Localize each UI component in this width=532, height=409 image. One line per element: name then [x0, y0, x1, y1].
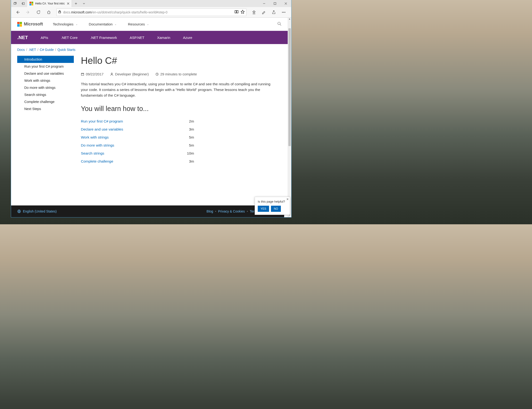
tab-chevron-button[interactable]	[80, 0, 88, 7]
site-header: Microsoft Technologies⌄Documentation⌄Res…	[11, 18, 288, 31]
notes-button[interactable]	[259, 8, 269, 17]
learn-heading: You will learn how to...	[81, 105, 274, 113]
lesson-duration: 5m	[189, 143, 274, 147]
set-aside-tabs-button[interactable]	[19, 0, 27, 7]
tab-preview-button[interactable]	[11, 0, 19, 7]
breadcrumb-item[interactable]: Quick Starts	[57, 48, 76, 52]
product-nav-item[interactable]: ASP.NET	[130, 36, 144, 40]
language-selector[interactable]: English (United States)	[17, 209, 57, 213]
refresh-button[interactable]	[34, 8, 43, 17]
lesson-row: Search strings10m	[81, 149, 274, 157]
lesson-row: Work with strings5m	[81, 133, 274, 141]
product-nav-item[interactable]: Azure	[183, 36, 192, 40]
lesson-duration: 2m	[189, 119, 274, 123]
footer-link[interactable]: Blog	[207, 209, 213, 213]
product-brand[interactable]: .NET	[17, 35, 28, 40]
browser-tab[interactable]: Hello C#. Your first intrc	[27, 0, 72, 7]
lesson-link[interactable]: Search strings	[81, 151, 104, 155]
sidenav-item[interactable]: Work with strings	[17, 77, 74, 84]
search-icon[interactable]	[277, 22, 282, 27]
page-title: Hello C#	[81, 55, 274, 66]
svg-point-9	[111, 73, 112, 74]
lesson-duration: 3m	[189, 127, 274, 131]
header-nav-item[interactable]: Technologies⌄	[53, 22, 77, 26]
feedback-yes-button[interactable]: YES	[258, 206, 269, 212]
meta-duration: 29 minutes to complete	[155, 72, 197, 76]
close-tab-button[interactable]	[66, 2, 70, 5]
forward-button[interactable]	[23, 8, 33, 17]
lesson-link[interactable]: Do more with strings	[81, 143, 114, 147]
footer-link[interactable]: Privacy & Cookies	[218, 209, 245, 213]
breadcrumb-item[interactable]: .NET	[28, 48, 36, 52]
microsoft-logo[interactable]: Microsoft	[17, 22, 43, 27]
minimize-button[interactable]	[259, 0, 270, 7]
svg-point-4	[282, 12, 283, 12]
breadcrumb-item[interactable]: C# Guide	[40, 48, 54, 52]
article: Hello C# 09/22/2017 Developer (Beginner)…	[81, 55, 274, 165]
sidenav-item[interactable]: Search strings	[17, 91, 74, 98]
svg-rect-0	[14, 3, 16, 4]
svg-point-6	[285, 12, 285, 12]
feedback-no-button[interactable]: NO	[271, 206, 281, 212]
sidenav-item[interactable]: Introduction	[17, 56, 74, 63]
back-button[interactable]	[13, 8, 22, 17]
lesson-link[interactable]: Complete challenge	[81, 159, 113, 164]
header-nav-item[interactable]: Resources⌄	[128, 22, 149, 26]
product-nav-item[interactable]: .NET Core	[61, 36, 77, 40]
lesson-duration: 3m	[189, 159, 274, 164]
lesson-duration: 5m	[189, 135, 274, 139]
lesson-link[interactable]: Run your first C# program	[81, 119, 123, 123]
microsoft-wordmark: Microsoft	[24, 22, 43, 27]
vertical-scrollbar[interactable]: ▲ ▼	[288, 18, 291, 217]
scroll-up-icon[interactable]: ▲	[288, 18, 291, 21]
svg-point-7	[278, 22, 280, 25]
lesson-link[interactable]: Declare and use variables	[81, 127, 123, 131]
maximize-button[interactable]	[270, 0, 280, 7]
close-window-button[interactable]	[280, 0, 291, 7]
close-popup-button[interactable]: ✕	[286, 197, 289, 201]
feedback-popup: ✕ Is this page helpful? YES NO	[255, 197, 290, 215]
svg-rect-2	[274, 3, 276, 5]
sidenav-item[interactable]: Do more with strings	[17, 84, 74, 91]
svg-rect-8	[81, 73, 84, 75]
address-bar[interactable]: docs.microsoft.com/en-us/dotnet/csharp/q…	[56, 9, 247, 16]
meta-date: 09/22/2017	[81, 72, 104, 76]
url-text: docs.microsoft.com/en-us/dotnet/csharp/q…	[63, 10, 233, 14]
page-viewport: Microsoft Technologies⌄Documentation⌄Res…	[11, 18, 291, 217]
lock-icon	[58, 10, 61, 14]
page-footer: English (United States) Blog•Privacy & C…	[11, 205, 284, 217]
sidenav-item[interactable]: Run your first C# program	[17, 63, 74, 70]
favicon-icon	[29, 2, 33, 5]
scroll-thumb[interactable]	[288, 28, 291, 146]
side-nav: IntroductionRun your first C# programDec…	[17, 55, 74, 165]
favorite-icon[interactable]	[240, 10, 245, 15]
feedback-question: Is this page helpful?	[258, 200, 287, 203]
favorites-list-button[interactable]	[249, 8, 259, 17]
lesson-row: Complete challenge3m	[81, 157, 274, 165]
meta-audience: Developer (Beginner)	[110, 72, 149, 76]
browser-window: Hello C#. Your first intrc	[11, 0, 292, 218]
svg-point-5	[284, 12, 284, 12]
lesson-row: Run your first C# program2m	[81, 117, 274, 125]
breadcrumb-item[interactable]: Docs	[17, 48, 25, 52]
product-nav-item[interactable]: Xamarin	[157, 36, 170, 40]
header-nav-item[interactable]: Documentation⌄	[89, 22, 117, 26]
home-button[interactable]	[44, 8, 54, 17]
product-nav-item[interactable]: APIs	[41, 36, 48, 40]
product-nav-item[interactable]: .NET Framework	[90, 36, 117, 40]
sidenav-item[interactable]: Declare and use variables	[17, 70, 74, 77]
svg-rect-3	[59, 11, 61, 13]
toolbar: docs.microsoft.com/en-us/dotnet/csharp/q…	[11, 7, 291, 18]
sidenav-item[interactable]: Next Steps	[17, 105, 74, 112]
new-tab-button[interactable]	[72, 0, 80, 7]
more-button[interactable]	[279, 8, 288, 17]
lesson-row: Do more with strings5m	[81, 141, 274, 149]
share-button[interactable]	[269, 8, 278, 17]
reading-view-icon[interactable]	[234, 10, 239, 14]
titlebar: Hello C#. Your first intrc	[11, 0, 291, 7]
product-nav: .NET APIs.NET Core.NET FrameworkASP.NETX…	[11, 31, 288, 44]
intro-paragraph: This tutorial teaches you C# interactive…	[81, 81, 274, 98]
lesson-duration: 10m	[187, 151, 274, 155]
sidenav-item[interactable]: Complete challenge	[17, 98, 74, 105]
lesson-link[interactable]: Work with strings	[81, 135, 109, 139]
